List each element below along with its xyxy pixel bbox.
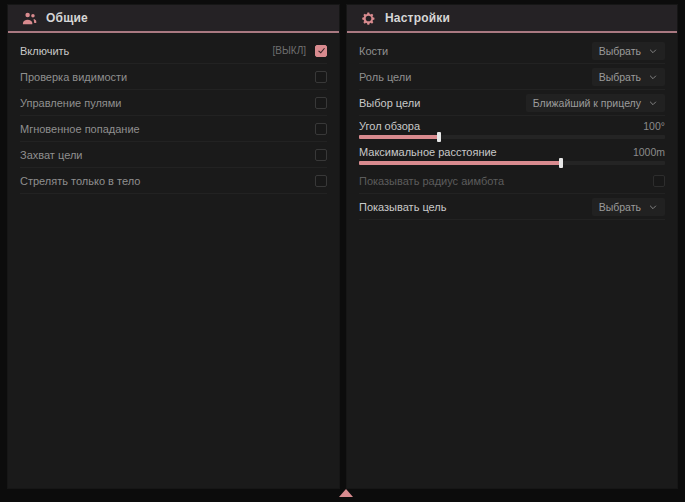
dropdown[interactable]: Выбрать <box>592 68 665 86</box>
row-checkbox: Включить [ВЫКЛ] <box>20 38 327 64</box>
checkbox[interactable] <box>315 123 327 135</box>
chevron-down-icon <box>648 46 658 56</box>
dropdown-value: Ближайший к прицелу <box>533 97 641 109</box>
panel-general: Общие Включить [ВЫКЛ]Проверка видимости … <box>8 5 339 488</box>
checkbox[interactable] <box>653 175 665 187</box>
row-checkbox: Проверка видимости <box>20 64 327 90</box>
row-label: Мгновенное попадание <box>20 123 140 135</box>
row-select: Роль цели Выбрать <box>359 64 665 90</box>
row-label: Максимальное расстояние <box>359 146 497 158</box>
panel-general-body: Включить [ВЫКЛ]Проверка видимости Управл… <box>8 33 339 194</box>
row-label: Выбор цели <box>359 97 420 109</box>
row-checkbox: Управление пулями <box>20 90 327 116</box>
row-checkbox: Захват цели <box>20 142 327 168</box>
row-slider: Максимальное расстояние 1000m <box>359 142 665 168</box>
row-slider: Угол обзора 100° <box>359 116 665 142</box>
slider-fill <box>359 161 561 165</box>
row-checkbox: Показывать радиус аимбота <box>359 168 665 194</box>
row-label: Показывать цель <box>359 201 447 213</box>
slider-handle[interactable] <box>559 158 563 168</box>
slider-value: 1000m <box>633 146 665 158</box>
panel-title: Настройки <box>385 11 450 25</box>
dropdown[interactable]: Выбрать <box>592 42 665 60</box>
dropdown-value: Выбрать <box>599 71 641 83</box>
slider-handle[interactable] <box>437 132 441 142</box>
slider-fill <box>359 135 439 139</box>
row-checkbox: Мгновенное попадание <box>20 116 327 142</box>
row-label: Стрелять только в тело <box>20 175 140 187</box>
row-label: Кости <box>359 45 388 57</box>
dropdown[interactable]: Ближайший к прицелу <box>526 94 665 112</box>
slider[interactable] <box>359 135 665 139</box>
row-select: Выбор цели Ближайший к прицелу <box>359 90 665 116</box>
row-label: Захват цели <box>20 149 82 161</box>
users-icon <box>22 11 37 26</box>
checkbox[interactable] <box>315 45 327 57</box>
dropdown-value: Выбрать <box>599 45 641 57</box>
row-label: Проверка видимости <box>20 71 127 83</box>
row-select: Показывать цель Выбрать <box>359 194 665 220</box>
gear-icon <box>361 11 376 26</box>
row-label: Управление пулями <box>20 97 122 109</box>
row-label: Показывать радиус аимбота <box>359 175 504 187</box>
dropdown[interactable]: Выбрать <box>592 198 665 216</box>
row-select: Кости Выбрать <box>359 38 665 64</box>
row-label: Угол обзора <box>359 120 420 132</box>
row-checkbox: Стрелять только в тело <box>20 168 327 194</box>
checkbox[interactable] <box>315 175 327 187</box>
chevron-down-icon <box>648 98 658 108</box>
panel-settings-body: Кости Выбрать Роль цели Выбрать Выбор це… <box>347 33 677 220</box>
slider-value: 100° <box>643 120 665 132</box>
checkbox[interactable] <box>315 149 327 161</box>
dropdown-value: Выбрать <box>599 201 641 213</box>
slider[interactable] <box>359 161 665 165</box>
checkbox[interactable] <box>315 71 327 83</box>
panel-settings: Настройки Кости Выбрать Роль цели Выбрат… <box>347 5 677 488</box>
checkbox-state-text: [ВЫКЛ] <box>273 45 306 56</box>
panel-settings-header: Настройки <box>347 5 677 33</box>
chevron-down-icon <box>648 202 658 212</box>
overlay-background: { "accent_color": "#d98b8f", "header_und… <box>0 0 685 502</box>
checkbox[interactable] <box>315 97 327 109</box>
panel-title: Общие <box>46 11 88 25</box>
chevron-down-icon <box>648 72 658 82</box>
scroll-up-indicator[interactable] <box>339 489 353 497</box>
row-label: Роль цели <box>359 71 411 83</box>
row-label: Включить <box>20 45 69 57</box>
panel-general-header: Общие <box>8 5 339 33</box>
